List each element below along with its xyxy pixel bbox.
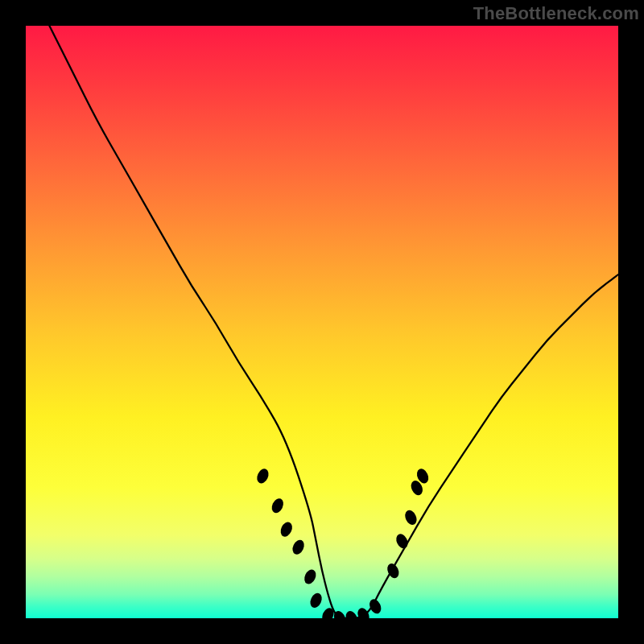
bottleneck-curve bbox=[49, 26, 618, 618]
curve-marker bbox=[402, 509, 419, 527]
curve-marker bbox=[254, 467, 270, 485]
curve-marker bbox=[279, 520, 295, 539]
marker-group bbox=[254, 467, 431, 618]
curve-marker bbox=[308, 592, 324, 610]
curve-marker bbox=[291, 538, 307, 556]
curve-marker bbox=[302, 568, 318, 586]
curve-marker bbox=[356, 606, 372, 618]
chart-frame: TheBottleneck.com bbox=[0, 0, 644, 644]
curve-marker bbox=[367, 597, 383, 616]
curve-marker bbox=[320, 606, 336, 618]
curve-marker bbox=[344, 609, 360, 618]
curve-layer bbox=[26, 26, 618, 618]
curve-marker bbox=[270, 497, 286, 515]
plot-area bbox=[26, 26, 618, 618]
watermark-text: TheBottleneck.com bbox=[473, 3, 639, 24]
